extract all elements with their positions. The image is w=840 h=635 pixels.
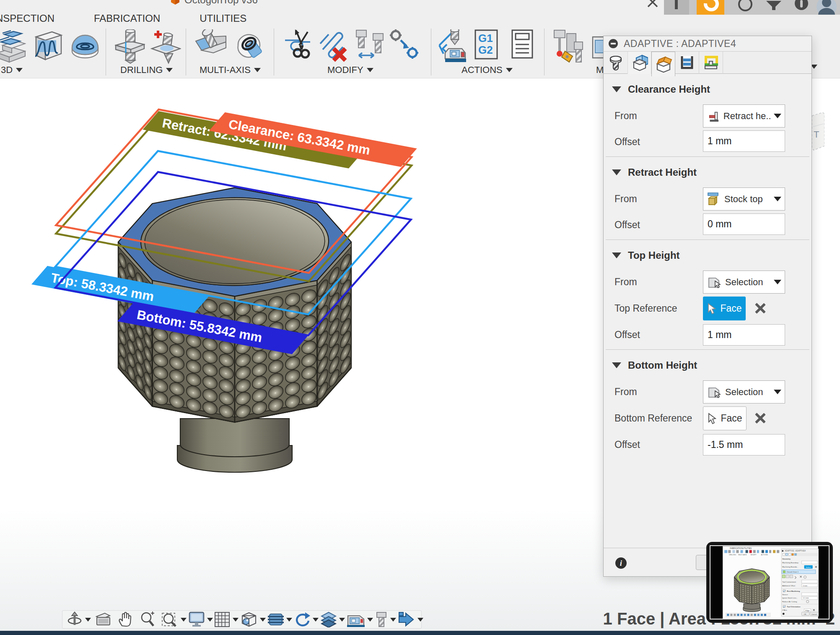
clear-selection-icon[interactable] (754, 413, 765, 424)
tab-linking[interactable] (699, 52, 723, 74)
bottom-reference-row: Bottom Reference Face (604, 405, 811, 432)
cursor-icon (707, 413, 717, 424)
dialog-tabs (604, 52, 811, 74)
job-status-icon[interactable] (697, 0, 724, 15)
pip-tab-utilities: UTILITIES (743, 547, 752, 549)
avatar[interactable] (816, 0, 837, 15)
bottom-offset-input[interactable]: -1.5 mm (703, 434, 785, 455)
retract-from-dropdown[interactable]: Stock top (703, 187, 785, 211)
close-icon[interactable] (646, 0, 659, 9)
clearance-offset-input[interactable]: 1 mm (703, 130, 785, 152)
orbit-button[interactable] (67, 612, 91, 627)
extensions-icon[interactable] (664, 0, 689, 15)
dialog-header[interactable]: ADAPTIVE : ADAPTIVE4 (604, 36, 811, 52)
pip-row-label: Z Axis (782, 609, 787, 611)
help-icon[interactable] (737, 0, 754, 15)
top-offset-input[interactable]: 1 mm (703, 324, 785, 346)
steep-shallow-icon[interactable] (33, 29, 63, 63)
document-title-label: OctogonTop v36 (184, 0, 258, 6)
chevron-down-icon (367, 68, 373, 72)
post-nav-button[interactable] (397, 612, 423, 627)
toolpath-steps-button[interactable] (267, 612, 292, 627)
retract-offset-input[interactable]: 0 mm (703, 213, 785, 235)
tab-heights[interactable] (651, 52, 675, 76)
chevron-down-icon (254, 68, 261, 72)
drill-add-icon[interactable] (150, 29, 181, 65)
selection-icon (707, 275, 722, 289)
viewcube-letter: T (814, 129, 819, 140)
group-multi-axis[interactable]: MULTI-AXIS (200, 65, 261, 75)
feed-height-icon[interactable] (355, 29, 386, 64)
zoom-button[interactable] (139, 612, 156, 627)
chevron-down-icon (417, 618, 423, 622)
zoom-window-button[interactable] (161, 612, 187, 627)
stock-button[interactable] (320, 612, 345, 627)
group-drilling[interactable]: DRILLING (120, 65, 173, 75)
collapse-icon[interactable] (609, 39, 618, 48)
bottom-reference-face-button[interactable]: Face (703, 406, 747, 430)
clearance-from-dropdown[interactable]: Retract he... (703, 104, 785, 128)
top-from-dropdown[interactable]: Selection (703, 271, 785, 294)
g1g2-icon[interactable]: G1 G2 (474, 29, 498, 60)
chevron-down-icon (390, 618, 396, 622)
tab-tool[interactable] (604, 52, 627, 74)
grid-snaps-button[interactable] (214, 612, 239, 627)
delete-passes-icon[interactable] (319, 29, 350, 64)
swarf-icon[interactable] (195, 29, 227, 63)
pip-dialog-title: ADAPTIVE : ADAPTIVE4 (785, 550, 806, 552)
chevron-down-icon (207, 618, 213, 622)
group-separator (106, 29, 106, 75)
move-toolpath-icon[interactable] (389, 29, 420, 64)
post-process-icon[interactable] (438, 29, 470, 65)
viewports-button[interactable] (240, 612, 266, 627)
bottom-from-dropdown[interactable]: Selection (703, 380, 785, 403)
section-retract-height[interactable]: Retract Height (604, 157, 811, 178)
chevron-down-icon (774, 280, 781, 284)
section-bottom-height[interactable]: Bottom Height (604, 350, 811, 371)
pip-group-actions: ACTIONS (761, 554, 768, 556)
viewcube[interactable]: T (812, 110, 824, 156)
scallop-icon[interactable] (70, 29, 101, 63)
tab-geometry[interactable] (627, 52, 651, 74)
notifications-icon[interactable] (765, 0, 783, 15)
group-actions[interactable]: ACTIONS (461, 65, 513, 75)
clear-selection-icon[interactable] (754, 303, 765, 314)
info-icon[interactable] (793, 0, 810, 15)
tool-display-button[interactable] (374, 612, 396, 627)
pip-row-label: Geometry (782, 558, 791, 560)
bottom-offset-row: Offset -1.5 mm (604, 432, 811, 458)
machine-display-button[interactable] (346, 612, 373, 627)
pip-group-modify: MODIFY (751, 554, 757, 556)
tab-utilities[interactable]: UTILITIES (199, 13, 247, 24)
pan-button[interactable] (118, 612, 133, 627)
section-top-height[interactable]: Top Height (604, 240, 811, 261)
trim-toolpath-icon[interactable] (283, 29, 314, 64)
pip-row-label: Tool Containment (782, 581, 796, 583)
display-settings-button[interactable] (188, 612, 213, 627)
setup-sheet-icon[interactable] (511, 29, 533, 60)
section-clearance-height[interactable]: Clearance Height (604, 74, 811, 95)
simulate-refresh-button[interactable] (293, 612, 319, 627)
probe-wcs-icon[interactable] (552, 29, 585, 65)
pip-group-multi-axis: MULTI-AXIS (738, 554, 747, 556)
drill-icon[interactable] (115, 29, 145, 64)
rotary-icon[interactable] (233, 29, 266, 63)
pocket-clearing-icon[interactable] (0, 29, 26, 63)
pip-overlay-window[interactable]: FABRICATION UTILITIES DRILLING MULTI-AXI… (706, 542, 833, 623)
tab-fabrication[interactable]: FABRICATION (93, 13, 161, 24)
dialog-info-icon[interactable]: i (615, 557, 627, 569)
tab-inspection[interactable]: NSPECTION (0, 13, 55, 24)
group-modify[interactable]: MODIFY (327, 65, 373, 75)
top-reference-face-button[interactable]: Face (703, 297, 746, 320)
group-manage[interactable]: M (596, 65, 604, 75)
pip-row-label: Source (782, 593, 788, 596)
group-3d[interactable]: 3D (1, 65, 23, 75)
pip-row-label: Machining Bounda... (782, 566, 798, 568)
look-at-button[interactable] (95, 612, 111, 627)
tab-passes[interactable] (675, 52, 699, 74)
stock-top-icon (707, 192, 721, 207)
clearance-from-row: From Retract he... (604, 103, 811, 129)
chevron-down-icon (260, 618, 266, 622)
group-separator (544, 29, 544, 75)
pip-row-value: 0 mm (803, 585, 808, 587)
